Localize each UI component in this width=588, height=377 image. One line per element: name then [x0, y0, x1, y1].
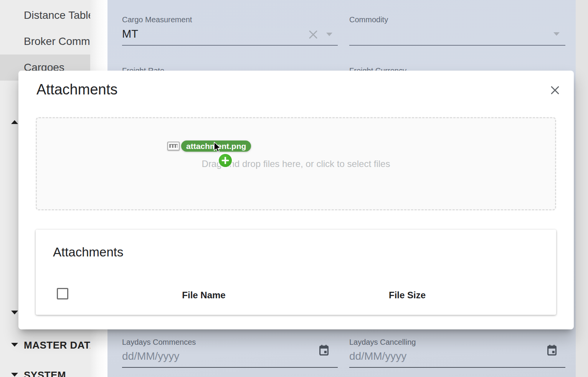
cargo-measurement-value[interactable]: MT	[122, 28, 138, 40]
drag-ghost: attachment.png	[167, 141, 251, 152]
right-margin	[576, 0, 588, 377]
laydays-commences-calendar-icon[interactable]	[318, 344, 330, 357]
master-data-expand-icon[interactable]	[11, 343, 18, 347]
attachments-card-title: Attachments	[53, 245, 123, 260]
cargo-measurement-label: Cargo Measurement	[122, 15, 192, 24]
sidebar-section-master-data[interactable]: MASTER DATA	[24, 339, 90, 351]
laydays-commences-underline	[122, 367, 338, 368]
laydays-cancelling-underline	[349, 367, 565, 368]
laydays-cancelling-input[interactable]: dd/MM/yyyy	[349, 350, 406, 362]
close-icon[interactable]	[548, 84, 562, 97]
cargo-measurement-clear-icon[interactable]	[307, 29, 319, 40]
copy-plus-badge-icon	[219, 154, 232, 167]
select-all-checkbox[interactable]	[57, 288, 68, 299]
sidebar-item-broker-commissions[interactable]: Broker Commi	[24, 35, 90, 48]
commodity-label: Commodity	[349, 15, 388, 24]
cargo-measurement-dropdown-icon[interactable]	[326, 33, 332, 36]
laydays-cancelling-calendar-icon[interactable]	[546, 344, 558, 357]
sidebar-section-system[interactable]: SYSTEM	[24, 369, 66, 377]
collapse-up-icon[interactable]	[11, 120, 18, 124]
sidebar-item-distance-table[interactable]: Distance Table	[24, 9, 90, 21]
cargo-measurement-underline	[122, 45, 338, 46]
mouse-cursor-icon	[213, 141, 223, 154]
laydays-cancelling-label: Laydays Cancelling	[349, 338, 416, 347]
column-header-file-size: File Size	[350, 290, 465, 301]
file-dropzone[interactable]: Drag and drop files here, or click to se…	[36, 117, 556, 210]
commodity-underline	[349, 45, 565, 46]
column-header-file-name: File Name	[146, 290, 261, 301]
expand-down-icon[interactable]	[11, 311, 18, 314]
attachments-table-card: Attachments File Name File Size	[36, 230, 556, 315]
system-expand-icon[interactable]	[11, 373, 18, 377]
commodity-dropdown-icon[interactable]	[553, 32, 560, 36]
laydays-commences-label: Laydays Commences	[122, 338, 196, 347]
dragged-file-thumbnail-icon	[167, 142, 180, 150]
dialog-title: Attachments	[36, 81, 117, 98]
attachments-dialog: Attachments Drag and drop files here, or…	[18, 71, 574, 329]
laydays-commences-input[interactable]: dd/MM/yyyy	[122, 350, 179, 362]
page: Distance Table Broker Commi Cargoes MAST…	[0, 0, 588, 377]
